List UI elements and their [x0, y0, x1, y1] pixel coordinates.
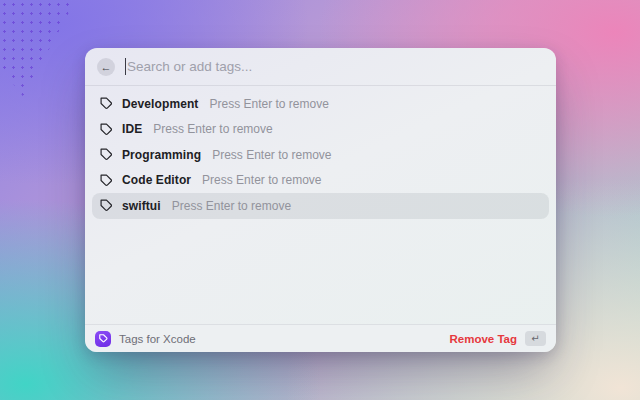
app-name-label: Tags for Xcode	[119, 333, 196, 345]
tag-label: Code Editor	[122, 173, 191, 187]
tag-hint: Press Enter to remove	[202, 173, 321, 187]
tag-hint: Press Enter to remove	[209, 97, 328, 111]
tag-icon	[100, 199, 113, 212]
tag-label: Programming	[122, 148, 201, 162]
tag-label: IDE	[122, 122, 142, 136]
enter-key-badge[interactable]: ↵	[525, 331, 546, 346]
return-arrow-icon: ↵	[531, 333, 539, 344]
back-arrow-icon: ←	[101, 61, 112, 73]
tag-row-code-editor[interactable]: Code Editor Press Enter to remove	[92, 168, 549, 194]
tag-row-programming[interactable]: Programming Press Enter to remove	[92, 142, 549, 168]
tag-hint: Press Enter to remove	[153, 122, 272, 136]
tag-icon	[99, 334, 108, 343]
tag-list: Development Press Enter to remove IDE Pr…	[85, 86, 556, 224]
search-input[interactable]	[127, 59, 544, 74]
tag-icon	[100, 97, 113, 110]
remove-tag-action[interactable]: Remove Tag	[449, 333, 517, 345]
tag-row-swiftui[interactable]: swiftui Press Enter to remove	[92, 193, 549, 219]
command-palette-window: ← Development Press Enter to remove IDE …	[85, 48, 556, 352]
back-button[interactable]: ←	[97, 58, 115, 76]
tag-label: Development	[122, 97, 198, 111]
footer-bar: Tags for Xcode Remove Tag ↵	[85, 324, 556, 352]
tag-icon	[100, 148, 113, 161]
tag-hint: Press Enter to remove	[172, 199, 291, 213]
tag-icon	[100, 174, 113, 187]
app-icon-tags-for-xcode[interactable]	[95, 331, 111, 347]
tag-hint: Press Enter to remove	[212, 148, 331, 162]
tag-row-development[interactable]: Development Press Enter to remove	[92, 91, 549, 117]
tag-row-ide[interactable]: IDE Press Enter to remove	[92, 117, 549, 143]
text-caret	[125, 58, 126, 75]
search-bar: ←	[85, 48, 556, 86]
desktop-wallpaper: ← Development Press Enter to remove IDE …	[0, 0, 640, 400]
tag-label: swiftui	[122, 199, 161, 213]
tag-icon	[100, 123, 113, 136]
